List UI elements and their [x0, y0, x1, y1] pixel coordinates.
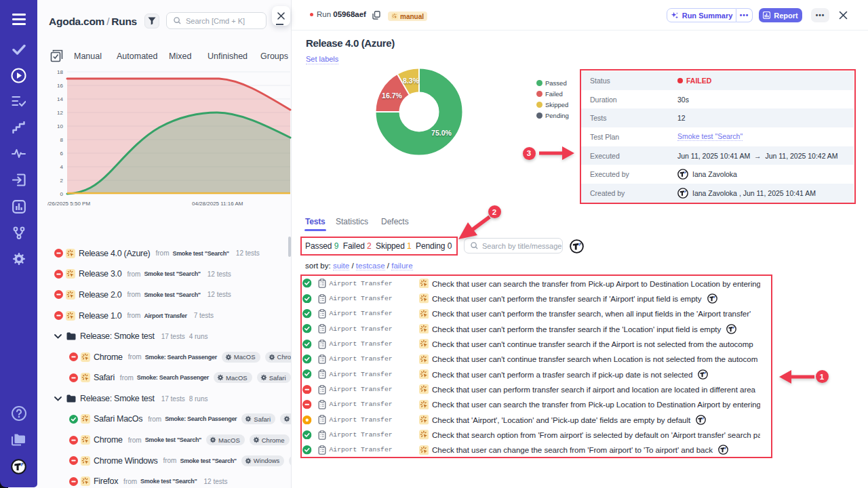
svg-text:16.7%: 16.7% — [382, 92, 402, 100]
svg-text:75.0%: 75.0% — [431, 129, 452, 137]
svg-text:8.3%: 8.3% — [403, 77, 420, 85]
